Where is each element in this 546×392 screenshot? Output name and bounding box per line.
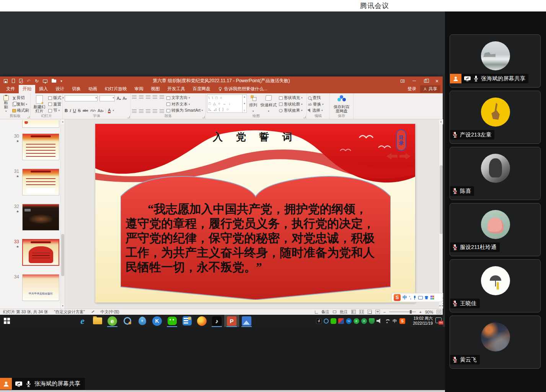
- justify-icon[interactable]: [153, 109, 157, 113]
- ppt-tab-文件[interactable]: 文件: [2, 85, 19, 93]
- paste-button[interactable]: 粘贴▾: [1, 94, 11, 114]
- shape-fill-button[interactable]: 形状填充▾: [279, 95, 303, 101]
- tray-icon-speaker[interactable]: [376, 318, 382, 324]
- zoom-slider-handle[interactable]: [410, 310, 412, 314]
- format-painter-button[interactable]: 格式刷: [12, 108, 29, 113]
- restore-button[interactable]: [420, 76, 431, 85]
- shrink-font-button[interactable]: A▾: [123, 96, 127, 101]
- start-button-icon[interactable]: [4, 318, 10, 324]
- next-slide-icon[interactable]: ▼▼: [439, 304, 443, 309]
- ppt-tab-切换[interactable]: 切换: [68, 85, 85, 93]
- arrange-button[interactable]: 排列▾: [248, 94, 258, 114]
- paragraph-dialog-launcher[interactable]: [202, 116, 205, 118]
- strikethrough-button[interactable]: S: [78, 108, 81, 113]
- slide-thumbnail-row[interactable]: 32 ★: [0, 204, 65, 231]
- align-text-button[interactable]: 对齐文本▾: [166, 102, 203, 107]
- new-document-icon[interactable]: [12, 79, 15, 83]
- font-dialog-launcher[interactable]: [127, 116, 130, 118]
- save-icon[interactable]: [4, 79, 8, 83]
- line-spacing-icon[interactable]: [160, 95, 164, 99]
- slideshow-view-button[interactable]: [375, 310, 380, 314]
- slideshow-icon[interactable]: [43, 80, 47, 83]
- ppt-tab-开始[interactable]: 开始: [19, 85, 35, 93]
- italic-button[interactable]: I: [70, 108, 71, 113]
- shape-gallery-scroll[interactable]: ▲▼≡: [242, 95, 246, 112]
- underline-button[interactable]: U: [73, 108, 76, 113]
- ppt-tab-视图[interactable]: 视图: [147, 85, 164, 93]
- copy-button[interactable]: 复制▾: [12, 102, 29, 107]
- taskbar-icon-baidu-drop[interactable]: ii: [135, 315, 150, 327]
- taskbar-icon-wechat[interactable]: [165, 315, 179, 327]
- zoom-level[interactable]: 90%: [425, 310, 433, 314]
- taskbar-icon-douyin[interactable]: ♪: [209, 315, 224, 327]
- taskbar-icon-explorer[interactable]: [90, 315, 105, 327]
- slide-thumbnail-31[interactable]: [22, 169, 59, 195]
- skin-icon[interactable]: [425, 296, 429, 299]
- screen-share-banner[interactable]: 张海斌的屏幕共享: [0, 378, 85, 390]
- tray-icon-wifi[interactable]: [384, 318, 390, 324]
- quick-styles-button[interactable]: 快速样式▾: [259, 94, 278, 114]
- grow-font-button[interactable]: A▴: [117, 96, 121, 101]
- increase-indent-icon[interactable]: [153, 95, 157, 99]
- text-direction-button[interactable]: 文字方向▾: [166, 95, 203, 101]
- soft-keyboard-icon[interactable]: [418, 296, 423, 299]
- change-case-button[interactable]: Aa▾: [98, 109, 104, 113]
- taskbar-icon-jianying[interactable]: [179, 315, 194, 327]
- align-right-icon[interactable]: [146, 109, 150, 113]
- qat-dropdown-icon[interactable]: ▾: [60, 79, 62, 83]
- fit-slide-button[interactable]: [437, 310, 441, 314]
- columns-icon[interactable]: [160, 109, 164, 113]
- font-color-button[interactable]: A: [108, 108, 111, 113]
- replace-button[interactable]: ab替换▾: [308, 102, 328, 107]
- toolbox-grid-icon[interactable]: [430, 296, 434, 299]
- normal-view-button[interactable]: [351, 310, 356, 314]
- reading-view-button[interactable]: [367, 310, 372, 314]
- slide-thumbnail-30[interactable]: [22, 133, 59, 160]
- shape-outline-button[interactable]: 形状轮廓▾: [279, 102, 303, 107]
- signin-button[interactable]: 登录: [407, 86, 416, 92]
- align-left-icon[interactable]: [132, 109, 137, 113]
- voice-input-icon[interactable]: [413, 296, 416, 300]
- tell-me-box[interactable]: 告诉我您想要做什么...: [214, 86, 271, 93]
- slide-thumbnail-row[interactable]: 33 ★: [0, 239, 65, 267]
- scroll-up-icon[interactable]: ▲: [61, 119, 65, 124]
- notification-center-icon[interactable]: 44: [435, 317, 442, 323]
- slide-thumbnail-32[interactable]: [22, 204, 59, 231]
- slide-thumbnail-row[interactable]: 34 中共中央党校出版社: [0, 274, 65, 302]
- print-preview-icon[interactable]: [19, 79, 23, 83]
- drawing-dialog-launcher[interactable]: [303, 116, 306, 118]
- ppt-share-button[interactable]: 共享: [420, 85, 440, 93]
- tray-icon-hp[interactable]: hp: [346, 318, 352, 324]
- thumbnail-scrollbar[interactable]: ▲ ▼: [60, 119, 64, 309]
- find-button[interactable]: 查找: [308, 95, 328, 101]
- ppt-tab-幻灯片放映[interactable]: 幻灯片放映: [101, 85, 131, 93]
- cut-button[interactable]: 剪切: [12, 95, 29, 101]
- tray-icon-lang[interactable]: 中: [392, 318, 398, 324]
- zoom-in-button[interactable]: +: [419, 310, 422, 314]
- tray-icon-green-e[interactable]: e: [354, 318, 359, 324]
- ppt-tab-插入[interactable]: 插入: [35, 85, 52, 93]
- tray-icon-wechat-sm[interactable]: [331, 318, 336, 324]
- language-indicator[interactable]: 中文(中国): [101, 309, 119, 315]
- participant-tile-陈喜[interactable]: 陈喜: [450, 147, 541, 200]
- new-slide-button[interactable]: 新建幻灯片: [32, 94, 47, 114]
- sogou-input-toolbar[interactable]: S 中 ’,: [391, 293, 443, 302]
- shape-effects-button[interactable]: 形状效果▾: [279, 108, 303, 113]
- spell-check-icon[interactable]: [91, 310, 95, 314]
- editor-scrollbar[interactable]: ▲ ▼ ▲▲ ▼▼: [438, 119, 443, 309]
- taskbar-icon-ie[interactable]: e: [75, 315, 90, 327]
- decrease-indent-icon[interactable]: [146, 95, 150, 99]
- participant-tile-服设211杜玲通[interactable]: 服设211杜玲通: [450, 203, 541, 256]
- save-to-baidu-button[interactable]: 保存到百度网盘: [331, 94, 352, 114]
- tray-icon-green-plus[interactable]: +: [361, 318, 367, 324]
- input-mode-zh[interactable]: 中: [403, 294, 407, 301]
- open-folder-icon[interactable]: [52, 80, 56, 83]
- editor-scrollbar-thumb[interactable]: [440, 165, 443, 234]
- comments-toggle[interactable]: 批注: [340, 309, 348, 315]
- tray-icon-bank[interactable]: [338, 318, 344, 324]
- bullets-icon[interactable]: [132, 95, 137, 99]
- scroll-down-icon[interactable]: ▼: [61, 304, 65, 309]
- slide-thumbnail-33[interactable]: [22, 239, 59, 266]
- font-size-combo[interactable]: [99, 95, 115, 101]
- minimize-button[interactable]: [408, 76, 420, 85]
